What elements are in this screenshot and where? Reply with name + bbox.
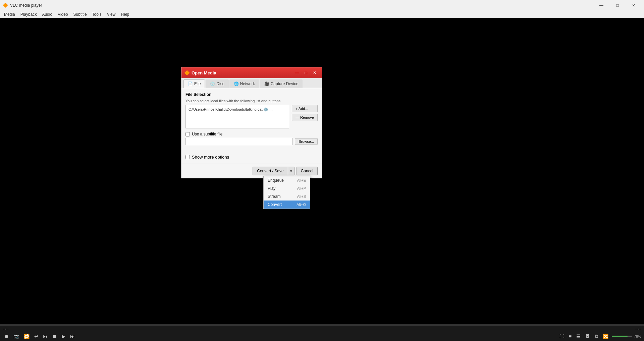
subtitle-label: Use a subtitle file — [192, 132, 222, 136]
subtitle-checkbox-row: Use a subtitle file — [185, 132, 318, 136]
tab-network[interactable]: 🌐 Network — [229, 79, 259, 88]
file-tab-icon: 📄 — [188, 81, 193, 86]
dialog-maximize-button[interactable]: □ — [302, 69, 310, 76]
network-tab-icon: 🌐 — [234, 81, 239, 86]
dialog-close-button[interactable]: ✕ — [310, 69, 319, 76]
tabs-bar: 📄 File 💿 Disc 🌐 Network 🎥 Capture Device — [181, 78, 322, 88]
remove-file-button[interactable]: — Remove — [292, 114, 318, 121]
dialog-minimize-button[interactable]: — — [293, 69, 302, 76]
subtitle-checkbox[interactable] — [185, 132, 190, 136]
enqueue-label: Enqueue — [268, 178, 284, 183]
dialog-title-bar: 🔶 Open Media — □ ✕ — [181, 67, 322, 78]
subtitle-file-input[interactable] — [185, 138, 293, 145]
dialog-title: Open Media — [192, 70, 293, 75]
file-list-item: C:\Users\Prince Khalid\Downloads\talking… — [187, 107, 287, 112]
disc-tab-icon: 💿 — [210, 81, 215, 86]
disc-tab-label: Disc — [216, 81, 224, 86]
convert-save-dropdown: Enqueue Alt+E Play Alt+P Stream Alt+S Co… — [263, 176, 310, 209]
subtitle-browse-button[interactable]: Browse... — [295, 138, 318, 145]
add-file-button[interactable]: + Add... — [292, 105, 318, 112]
dropdown-convert[interactable]: Convert Alt+O — [264, 201, 310, 209]
subtitle-input-row: Browse... — [185, 138, 318, 145]
dropdown-play[interactable]: Play Alt+P — [264, 184, 310, 192]
capture-tab-icon: 🎥 — [264, 81, 269, 86]
stream-label: Stream — [268, 194, 281, 199]
dialog-body: File Selection You can select local file… — [181, 88, 322, 164]
convert-label: Convert — [268, 202, 282, 207]
show-more-checkbox[interactable] — [185, 155, 190, 159]
open-media-dialog: 🔶 Open Media — □ ✕ 📄 File 💿 Disc 🌐 Netwo… — [181, 67, 322, 178]
play-label: Play — [268, 186, 275, 191]
file-list: C:\Users\Prince Khalid\Downloads\talking… — [185, 105, 289, 128]
enqueue-shortcut: Alt+E — [297, 178, 306, 182]
file-selection-desc: You can select local files with the foll… — [185, 99, 318, 103]
show-more-label: Show more options — [192, 155, 229, 160]
file-selection-title: File Selection — [185, 92, 318, 97]
convert-save-dropdown-button[interactable]: ▾ — [288, 167, 294, 175]
convert-save-group: Convert / Save ▾ — [253, 167, 294, 175]
convert-save-button[interactable]: Convert / Save — [253, 167, 287, 175]
capture-tab-label: Capture Device — [271, 81, 299, 86]
convert-shortcut: Alt+O — [297, 203, 306, 207]
play-shortcut: Alt+P — [297, 186, 306, 190]
dropdown-enqueue[interactable]: Enqueue Alt+E — [264, 176, 310, 184]
dialog-app-icon: 🔶 — [184, 70, 190, 75]
show-more-row: Show more options — [185, 152, 318, 160]
network-tab-label: Network — [240, 81, 255, 86]
file-tab-label: File — [194, 81, 201, 86]
dialog-backdrop: 🔶 Open Media — □ ✕ 📄 File 💿 Disc 🌐 Netwo… — [0, 0, 644, 341]
tab-disc[interactable]: 💿 Disc — [206, 79, 228, 88]
dropdown-stream[interactable]: Stream Alt+S — [264, 192, 310, 201]
file-action-buttons: + Add... — Remove — [292, 105, 318, 128]
tab-file[interactable]: 📄 File — [183, 79, 205, 88]
file-list-area: C:\Users\Prince Khalid\Downloads\talking… — [185, 105, 318, 128]
tab-capture[interactable]: 🎥 Capture Device — [260, 79, 303, 88]
stream-shortcut: Alt+S — [297, 194, 306, 198]
cancel-button[interactable]: Cancel — [297, 167, 318, 175]
